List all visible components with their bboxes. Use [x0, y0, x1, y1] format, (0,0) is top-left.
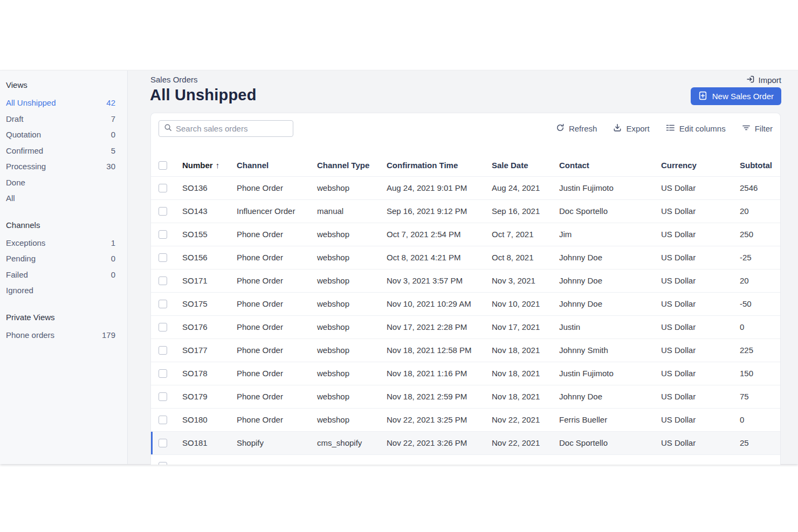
row-checkbox[interactable]: [159, 369, 167, 378]
cell-channel-type: webshop: [317, 269, 387, 292]
cell-channel: Phone Order: [237, 223, 317, 246]
column-header-currency[interactable]: Currency: [661, 155, 740, 176]
row-checkbox-cell: [151, 292, 182, 315]
cell-number: SO143: [182, 199, 237, 223]
sidebar-item-count: 42: [106, 98, 115, 107]
table-row[interactable]: SO143Influencer OrdermanualSep 16, 2021 …: [151, 199, 781, 223]
cell-sale-date: Nov 22, 2021: [492, 431, 559, 454]
refresh-button[interactable]: Refresh: [556, 123, 597, 134]
table-row[interactable]: SO178Phone OrderwebshopNov 18, 2021 1:16…: [151, 362, 781, 385]
table-row[interactable]: SO181Shopifycms_shopifyNov 22, 2021 3:26…: [151, 431, 781, 454]
row-checkbox[interactable]: [159, 300, 167, 308]
cell-channel-type: webshop: [317, 223, 387, 246]
edit-columns-button[interactable]: Edit columns: [666, 123, 726, 134]
sidebar-item-done[interactable]: Done: [6, 175, 115, 191]
column-header-channel[interactable]: Channel: [237, 155, 317, 176]
cell-channel-type: webshop: [317, 315, 387, 338]
new-sales-order-button[interactable]: New Sales Order: [691, 87, 781, 105]
cell-sale-date: Nov 3, 2021: [492, 269, 559, 292]
column-header-confirmation-time[interactable]: Confirmation Time: [387, 155, 492, 176]
cell-contact: Doc Sportello: [559, 431, 661, 454]
row-checkbox[interactable]: [159, 323, 167, 331]
export-label: Export: [626, 124, 649, 133]
sidebar-item-count: 0: [111, 130, 115, 139]
row-checkbox[interactable]: [159, 392, 167, 401]
cell-sale-date: Nov 18, 2021: [492, 338, 559, 362]
row-checkbox[interactable]: [159, 462, 167, 465]
select-all-cell: [151, 155, 182, 176]
filter-button[interactable]: Filter: [742, 123, 773, 134]
cell-subtotal: 0: [740, 315, 781, 338]
sidebar-item-ignored[interactable]: Ignored: [6, 282, 115, 299]
table-row[interactable]: SO156Phone OrderwebshopOct 8, 2021 4:21 …: [151, 246, 781, 269]
table-row-partial[interactable]: [151, 454, 781, 465]
sidebar-item-label: All Unshipped: [6, 98, 56, 107]
row-checkbox[interactable]: [159, 184, 167, 192]
cell-number: SO178: [182, 362, 237, 385]
row-checkbox[interactable]: [159, 253, 167, 262]
cell-currency: US Dollar: [661, 338, 740, 362]
sidebar-item-exceptions[interactable]: Exceptions1: [6, 235, 115, 251]
export-button[interactable]: Export: [613, 123, 649, 134]
row-checkbox[interactable]: [159, 207, 167, 216]
cell-subtotal: 150: [740, 362, 781, 385]
table-row[interactable]: SO179Phone OrderwebshopNov 18, 2021 2:59…: [151, 385, 781, 408]
row-checkbox-cell: [151, 338, 182, 362]
cell-channel: Phone Order: [237, 315, 317, 338]
cell-channel-type: manual: [317, 199, 387, 223]
cell-channel-type: cms_shopify: [317, 431, 387, 454]
row-checkbox-cell: [151, 269, 182, 292]
cell-channel: Phone Order: [237, 292, 317, 315]
sidebar-item-count: 1: [111, 238, 115, 247]
cell-confirmation-time: Oct 7, 2021 2:54 PM: [387, 223, 492, 246]
cell-contact: Johnny Doe: [559, 385, 661, 408]
table-row[interactable]: SO155Phone OrderwebshopOct 7, 2021 2:54 …: [151, 223, 781, 246]
sidebar-item-phone-orders[interactable]: Phone orders179: [6, 327, 115, 343]
cell-channel: Phone Order: [237, 176, 317, 199]
search-box[interactable]: [159, 120, 293, 137]
sidebar-item-label: Pending: [6, 254, 36, 263]
row-checkbox-cell: [151, 223, 182, 246]
sidebar-item-label: Done: [6, 178, 25, 187]
row-checkbox[interactable]: [159, 346, 167, 355]
cell-number: SO171: [182, 269, 237, 292]
search-input[interactable]: [176, 124, 288, 133]
cell-confirmation-time: Oct 8, 2021 4:21 PM: [387, 246, 492, 269]
cell-sale-date: Nov 22, 2021: [492, 408, 559, 431]
table-row[interactable]: SO176Phone OrderwebshopNov 17, 2021 2:28…: [151, 315, 781, 338]
column-header-subtotal[interactable]: Subtotal: [740, 155, 781, 176]
table-row[interactable]: SO180Phone OrderwebshopNov 22, 2021 3:25…: [151, 408, 781, 431]
sidebar-item-count: 30: [106, 162, 115, 171]
sidebar-item-confirmed[interactable]: Confirmed5: [6, 143, 115, 159]
cell-confirmation-time: Nov 3, 2021 3:57 PM: [387, 269, 492, 292]
sidebar-item-pending[interactable]: Pending0: [6, 251, 115, 267]
sidebar-item-draft[interactable]: Draft7: [6, 111, 115, 127]
row-checkbox[interactable]: [159, 230, 167, 239]
table-row[interactable]: SO177Phone OrderwebshopNov 18, 2021 12:5…: [151, 338, 781, 362]
sidebar-item-quotation[interactable]: Quotation0: [6, 127, 115, 143]
cell-channel: Phone Order: [237, 269, 317, 292]
filter-label: Filter: [755, 124, 773, 133]
row-checkbox[interactable]: [159, 277, 167, 285]
column-header-channel-type[interactable]: Channel Type: [317, 155, 387, 176]
sidebar-item-failed[interactable]: Failed0: [6, 267, 115, 283]
cell-currency: US Dollar: [661, 292, 740, 315]
row-checkbox[interactable]: [159, 439, 167, 447]
row-checkbox[interactable]: [159, 416, 167, 424]
table-row[interactable]: SO175Phone OrderwebshopNov 10, 2021 10:2…: [151, 292, 781, 315]
sidebar-item-all[interactable]: All: [6, 190, 115, 206]
import-button[interactable]: Import: [746, 75, 781, 85]
cell-channel-type: webshop: [317, 408, 387, 431]
column-header-contact[interactable]: Contact: [559, 155, 661, 176]
sidebar-item-count: 7: [111, 114, 115, 123]
sidebar-item-processing[interactable]: Processing30: [6, 158, 115, 175]
sidebar-item-all-unshipped[interactable]: All Unshipped42: [6, 95, 115, 111]
breadcrumb[interactable]: Sales Orders: [150, 75, 198, 84]
table-row[interactable]: SO136Phone OrderwebshopAug 24, 2021 9:01…: [151, 176, 781, 199]
column-header-number[interactable]: Number↑: [182, 155, 237, 176]
select-all-checkbox[interactable]: [159, 161, 167, 170]
cell-number: SO180: [182, 408, 237, 431]
table-row[interactable]: SO171Phone OrderwebshopNov 3, 2021 3:57 …: [151, 269, 781, 292]
column-header-sale-date[interactable]: Sale Date: [492, 155, 559, 176]
sidebar-section-title: Views: [6, 79, 115, 91]
